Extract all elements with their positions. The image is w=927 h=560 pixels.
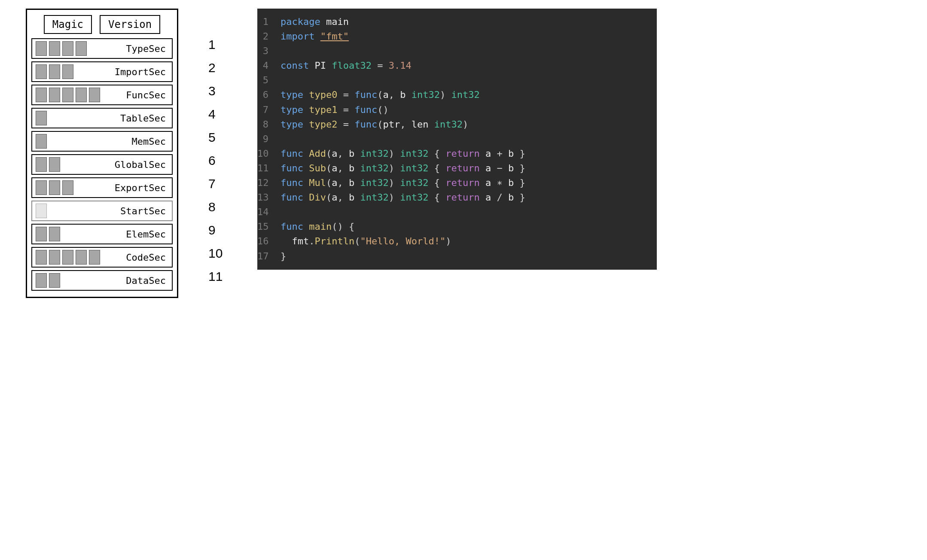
code-line: 12func Mul(a, b int32) int32 { return a …	[257, 176, 645, 190]
line-content: func main() {	[281, 219, 354, 234]
line-number: 14	[257, 205, 281, 219]
line-content: fmt.Println("Hello, World!")	[281, 234, 451, 249]
data-block-icon	[62, 64, 73, 79]
data-block-icon	[62, 180, 73, 195]
line-content: func Add(a, b int32) int32 { return a + …	[281, 146, 525, 161]
data-block-icon	[49, 180, 60, 195]
line-number: 1	[257, 15, 281, 29]
section-label: FuncSec	[126, 90, 168, 100]
code-line: 10func Add(a, b int32) int32 { return a …	[257, 146, 645, 161]
code-line: 3	[257, 44, 645, 58]
data-block-icon	[36, 41, 47, 56]
section-label: TypeSec	[126, 43, 168, 54]
data-block-icon	[36, 204, 47, 218]
data-block-icon	[36, 157, 47, 172]
section-row: CodeSec	[31, 247, 173, 268]
section-number: 4	[208, 104, 227, 125]
data-block-icon	[49, 273, 60, 288]
line-number: 2	[257, 29, 281, 44]
data-block-icon	[36, 273, 47, 288]
section-blocks	[36, 88, 100, 102]
line-content: package main	[281, 15, 349, 29]
data-block-icon	[49, 41, 60, 56]
section-blocks	[36, 227, 60, 241]
data-block-icon	[36, 88, 47, 102]
section-blocks	[36, 273, 60, 288]
data-block-icon	[49, 157, 60, 172]
section-row: TypeSec	[31, 38, 173, 59]
code-line: 11func Sub(a, b int32) int32 { return a …	[257, 161, 645, 176]
data-block-icon	[76, 41, 87, 56]
section-blocks	[36, 250, 100, 265]
code-line: 16 fmt.Println("Hello, World!")	[257, 234, 645, 249]
line-number: 17	[257, 249, 281, 264]
code-line: 13func Div(a, b int32) int32 { return a …	[257, 190, 645, 205]
section-row: DataSec	[31, 270, 173, 291]
code-line: 14	[257, 205, 645, 219]
section-blocks	[36, 204, 47, 218]
data-block-icon	[36, 64, 47, 79]
section-number: 11	[208, 266, 227, 287]
module-header-row: Magic Version	[31, 15, 173, 34]
module-header-version: Version	[100, 15, 160, 34]
section-label: ExportSec	[115, 183, 168, 193]
line-content: type type2 = func(ptr, len int32)	[281, 117, 468, 132]
data-block-icon	[49, 64, 60, 79]
diagram-canvas: Magic Version TypeSecImportSecFuncSecTab…	[26, 9, 901, 298]
section-blocks	[36, 41, 87, 56]
line-number: 5	[257, 73, 281, 88]
section-row: MemSec	[31, 131, 173, 152]
line-number: 15	[257, 219, 281, 234]
line-content: type type0 = func(a, b int32) int32	[281, 88, 480, 102]
data-block-icon	[36, 250, 47, 265]
code-line: 9	[257, 132, 645, 146]
line-number: 12	[257, 176, 281, 190]
section-number: 6	[208, 150, 227, 171]
data-block-icon	[89, 250, 100, 265]
code-line: 8type type2 = func(ptr, len int32)	[257, 117, 645, 132]
section-label: DataSec	[126, 275, 168, 286]
line-content: }	[281, 249, 286, 264]
data-block-icon	[36, 227, 47, 241]
section-blocks	[36, 157, 60, 172]
line-content: func Mul(a, b int32) int32 { return a ∗ …	[281, 176, 525, 190]
code-line: 2import "fmt"	[257, 29, 645, 44]
data-block-icon	[89, 88, 100, 102]
data-block-icon	[76, 250, 87, 265]
line-number: 16	[257, 234, 281, 249]
data-block-icon	[36, 134, 47, 149]
section-number: 1	[208, 34, 227, 55]
section-row: TableSec	[31, 108, 173, 128]
section-number: 10	[208, 243, 227, 264]
section-label: ImportSec	[115, 67, 168, 77]
line-content: type type1 = func()	[281, 103, 389, 117]
section-label: TableSec	[120, 113, 168, 124]
section-blocks	[36, 111, 47, 125]
wasm-module-panel: Magic Version TypeSecImportSecFuncSecTab…	[26, 9, 178, 298]
section-row: ElemSec	[31, 224, 173, 244]
code-line: 17}	[257, 249, 645, 264]
section-number: 5	[208, 127, 227, 148]
section-number: 2	[208, 58, 227, 78]
data-block-icon	[49, 250, 60, 265]
line-content: func Div(a, b int32) int32 { return a / …	[281, 190, 525, 205]
data-block-icon	[49, 227, 60, 241]
section-row: ImportSec	[31, 61, 173, 82]
section-label: CodeSec	[126, 252, 168, 263]
data-block-icon	[36, 111, 47, 125]
section-label: MemSec	[132, 136, 168, 147]
line-number: 4	[257, 58, 281, 73]
section-label: ElemSec	[126, 229, 168, 240]
line-number: 7	[257, 103, 281, 117]
line-number: 6	[257, 88, 281, 102]
section-number: 7	[208, 173, 227, 194]
code-line: 4const PI float32 = 3.14	[257, 58, 645, 73]
section-blocks	[36, 64, 73, 79]
line-content: const PI float32 = 3.14	[281, 58, 412, 73]
data-block-icon	[36, 180, 47, 195]
module-sections: TypeSecImportSecFuncSecTableSecMemSecGlo…	[31, 38, 173, 291]
section-label: GlobalSec	[115, 159, 168, 170]
data-block-icon	[62, 41, 73, 56]
line-content: import "fmt"	[281, 29, 349, 44]
section-blocks	[36, 180, 73, 195]
